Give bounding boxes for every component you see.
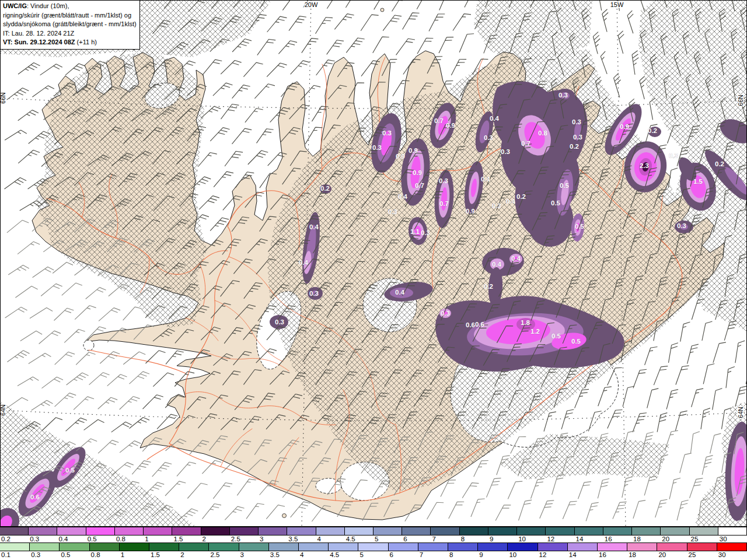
scale-tick-label: 4.5 (330, 551, 339, 558)
parallel-label: 64N (737, 407, 744, 418)
precip-value-label: 0.3 (439, 177, 448, 184)
map-canvas: 0.30.30.90.90.90.70.40.31.10.30.70.90.30… (0, 0, 747, 527)
precip-value-label: 0.2 (484, 283, 493, 290)
precip-value-label: 0.3 (421, 229, 430, 236)
rain-scale-segment (538, 543, 568, 551)
snow-scale-segment (661, 527, 689, 535)
rain-scale-bar (0, 542, 747, 551)
rain-scale-segment (60, 543, 89, 551)
snow-scale-segment (57, 527, 86, 535)
snow-scale-segment (603, 527, 632, 535)
rain-scale-segment (239, 543, 269, 551)
scale-tick-label: 0.5 (61, 551, 70, 558)
scale-tick-label: 2 (203, 536, 206, 542)
scale-tick-label: 0.1 (1, 551, 11, 558)
scale-tick-label: 0.3 (31, 551, 40, 558)
precip-value-label: 0.7 (439, 200, 449, 207)
rain-scale-segment (329, 543, 358, 551)
scale-tick-label: 1.5 (151, 551, 160, 558)
rain-scale-segment (299, 543, 329, 551)
snow-scale-segment (115, 527, 144, 535)
rain-scale-segment (687, 543, 717, 551)
scale-tick-label: 0.3 (30, 536, 39, 542)
scale-tick-label: 20 (658, 551, 666, 558)
scale-tick-label: 12 (547, 536, 554, 542)
precip-value-label: 1.8 (521, 319, 530, 326)
precip-value-label: 0.5 (560, 182, 570, 189)
precip-value-label: 1.5 (693, 178, 703, 185)
snow-scale-segment (632, 527, 661, 535)
rain-scale-segment (598, 543, 627, 551)
precip-value-label: 0.4 (481, 176, 491, 183)
snow-scale-segment (259, 527, 287, 535)
snow-scale-segment (144, 527, 172, 535)
scale-tick-label: 1.5 (173, 536, 183, 542)
precip-value-label: 0.3 (372, 144, 382, 151)
precip-value-label: 0.3 (669, 152, 678, 159)
scale-tick-label: 5 (375, 536, 378, 542)
snow-scale-segment (0, 527, 29, 535)
precip-value-label: 0.4 (299, 259, 309, 266)
rain-scale-segment (269, 543, 299, 551)
scale-tick-label: 10 (509, 551, 516, 558)
snow-scale-segment (690, 527, 718, 535)
precip-value-label: 0.4 (398, 193, 408, 200)
snow-scale-segment (374, 527, 402, 535)
precip-value-label: 0.4 (506, 198, 516, 205)
scale-tick-label: 8 (461, 536, 465, 542)
rain-scale-segment (179, 543, 209, 551)
meridian-label: 15W (610, 1, 624, 8)
scale-tick-label: 10 (518, 536, 526, 542)
meridian-label: 20W (305, 1, 318, 8)
rain-scale-segment (657, 543, 687, 551)
scale-tick-label: 18 (629, 551, 636, 558)
init-time: IT: Lau. 28. 12. 2024 21Z (3, 29, 137, 38)
scale-tick-label: 0.8 (116, 536, 125, 542)
precip-value-label: 0.6 (466, 321, 475, 328)
scale-tick-label: 1 (145, 536, 148, 542)
scale-tick-label: 2 (180, 551, 184, 558)
scale-tick-label: 0.4 (58, 536, 68, 542)
precip-value-label: 0.5 (551, 200, 561, 206)
precip-value-label: 0.9 (446, 122, 455, 129)
snow-scale-segment (460, 527, 488, 535)
grimsey-island (381, 8, 384, 12)
scale-tick-label: 4 (317, 536, 321, 542)
precip-value-label: 0.3 (492, 202, 501, 209)
title-line-product: UWC/IG: Vindur (10m), (3, 2, 137, 11)
scale-tick-label: 0.5 (88, 536, 97, 542)
snow-scale-segment (431, 527, 459, 535)
precip-value-label: 0.4 (395, 289, 405, 296)
scale-tick-label: 6 (403, 536, 407, 542)
scale-tick-label: 20 (662, 536, 669, 542)
snow-scale-segment (575, 527, 603, 535)
snow-scale-segment (345, 527, 374, 535)
snow-scale-segment (517, 527, 546, 535)
precip-value-label: 0.7 (434, 117, 444, 124)
precip-value-label: 0.3 (382, 130, 392, 136)
scale-tick-label: 3.5 (288, 536, 298, 542)
precip-value-label: 0.7 (415, 182, 424, 189)
rain-scale-segment (418, 543, 448, 551)
scale-tick-label: 5 (359, 551, 363, 558)
weather-forecast-map: 0.30.30.90.90.90.70.40.31.10.30.70.90.30… (0, 0, 747, 560)
precip-value-label: 0.3 (677, 222, 686, 229)
precip-value-label: 0.5 (65, 467, 75, 474)
title-line-snow: slydda/snjókoma (grátt/bleikt/grænt - mm… (3, 20, 137, 29)
scale-tick-label: 30 (718, 551, 726, 558)
precip-value-label: 0.2 (570, 143, 579, 150)
scale-tick-label: 4.5 (346, 536, 355, 542)
scale-tick-label: 12 (539, 551, 547, 558)
rain-scale-segment (30, 543, 60, 551)
snaefellsjokull-glacier (83, 340, 94, 351)
precip-value-label: 1.1 (410, 228, 420, 235)
product-id: UWC/IG (3, 2, 27, 9)
precip-value-label: 0.4 (492, 261, 502, 268)
precip-value-label: 0.9 (409, 147, 418, 154)
snow-scale-segment (287, 527, 316, 535)
rain-scale-segment (478, 543, 508, 551)
scale-tick-label: 7 (432, 536, 435, 542)
precip-value-label: 0.5 (575, 223, 585, 230)
precip-value-label: 0.7 (521, 140, 530, 147)
snow-scale-segment (201, 527, 230, 535)
